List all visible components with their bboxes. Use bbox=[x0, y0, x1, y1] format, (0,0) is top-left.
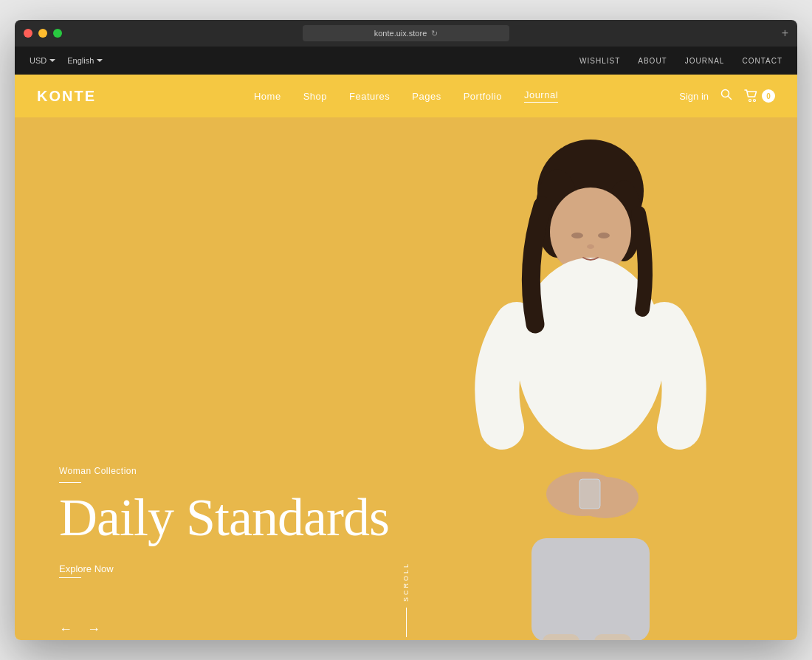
utility-right: WISHLIST ABOUT JOURNAL CONTACT bbox=[579, 57, 782, 65]
language-selector[interactable]: English bbox=[67, 56, 103, 65]
next-arrow-button[interactable]: → bbox=[87, 622, 100, 637]
nav-journal[interactable]: Journal bbox=[524, 89, 558, 103]
search-icon bbox=[720, 89, 732, 100]
nav-home[interactable]: Home bbox=[254, 91, 281, 102]
title-underline bbox=[59, 482, 81, 483]
currency-chevron-icon bbox=[49, 59, 55, 62]
svg-point-3 bbox=[754, 100, 756, 102]
currency-selector[interactable]: USD bbox=[30, 56, 55, 65]
reload-icon[interactable]: ↻ bbox=[431, 29, 438, 38]
scroll-indicator: SCROLL bbox=[402, 562, 410, 637]
main-nav: KONTE Home Shop Features Pages Portfolio… bbox=[15, 75, 797, 117]
logo[interactable]: KONTE bbox=[37, 88, 96, 105]
svg-point-18 bbox=[587, 244, 594, 249]
nav-features[interactable]: Features bbox=[349, 91, 390, 102]
hero-content: Woman Collection Daily Standards Explore… bbox=[59, 466, 389, 578]
url-bar[interactable]: konte.uix.store ↻ bbox=[303, 25, 509, 41]
nav-portfolio[interactable]: Portfolio bbox=[464, 91, 502, 102]
svg-rect-13 bbox=[531, 538, 650, 640]
traffic-lights bbox=[24, 29, 62, 38]
currency-label: USD bbox=[30, 56, 47, 65]
svg-rect-14 bbox=[543, 634, 579, 640]
close-button[interactable] bbox=[24, 29, 32, 38]
svg-point-16 bbox=[571, 233, 583, 238]
nav-pages[interactable]: Pages bbox=[412, 91, 441, 102]
svg-point-17 bbox=[598, 233, 610, 238]
svg-rect-15 bbox=[594, 634, 631, 640]
scroll-text: SCROLL bbox=[402, 562, 410, 602]
contact-link[interactable]: CONTACT bbox=[742, 57, 782, 65]
svg-rect-19 bbox=[579, 479, 600, 509]
hero-figure bbox=[428, 117, 738, 640]
language-label: English bbox=[67, 56, 94, 65]
svg-line-1 bbox=[729, 97, 732, 100]
woman-illustration bbox=[428, 117, 738, 640]
collection-label: Woman Collection bbox=[59, 466, 389, 476]
url-text: konte.uix.store bbox=[374, 29, 427, 38]
explore-link[interactable]: Explore Now bbox=[59, 563, 114, 574]
wishlist-link[interactable]: WISHLIST bbox=[579, 57, 620, 65]
fullscreen-button[interactable] bbox=[53, 29, 62, 38]
journal-link[interactable]: JOURNAL bbox=[685, 57, 725, 65]
scroll-line bbox=[406, 608, 407, 637]
hero-arrows: ← → bbox=[59, 622, 100, 637]
cart-button[interactable]: 0 bbox=[744, 89, 775, 103]
language-chevron-icon bbox=[97, 59, 103, 62]
nav-links: Home Shop Features Pages Portfolio Journ… bbox=[254, 89, 558, 103]
signin-link[interactable]: Sign in bbox=[679, 91, 709, 102]
svg-point-2 bbox=[749, 100, 751, 102]
minimize-button[interactable] bbox=[38, 29, 47, 38]
explore-underline bbox=[59, 577, 81, 578]
prev-arrow-button[interactable]: ← bbox=[59, 622, 72, 637]
new-tab-button[interactable]: + bbox=[782, 27, 788, 40]
browser-window: konte.uix.store ↻ + USD English WISHLIST… bbox=[15, 20, 797, 640]
nav-right: Sign in 0 bbox=[679, 89, 775, 103]
about-link[interactable]: ABOUT bbox=[638, 57, 667, 65]
nav-shop[interactable]: Shop bbox=[303, 91, 327, 102]
cart-count: 0 bbox=[762, 89, 775, 103]
cart-icon bbox=[744, 89, 759, 103]
logo-text: KONTE bbox=[37, 88, 96, 104]
titlebar: konte.uix.store ↻ + bbox=[15, 20, 797, 47]
search-button[interactable] bbox=[720, 89, 732, 103]
utility-bar: USD English WISHLIST ABOUT JOURNAL CONTA… bbox=[15, 47, 797, 75]
hero-title: Daily Standards bbox=[59, 489, 389, 547]
utility-left: USD English bbox=[30, 56, 103, 65]
hero-section: Woman Collection Daily Standards Explore… bbox=[15, 117, 797, 640]
